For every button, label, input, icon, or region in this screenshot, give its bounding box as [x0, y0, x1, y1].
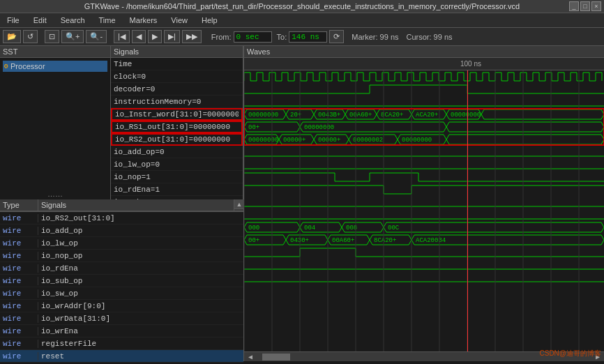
waves-panel: Waves 100 ns ◀ ▶ CSDN@迪哥的博客	[244, 46, 604, 361]
ruler-100ns: 100 ns	[460, 60, 481, 68]
sst-title: SST	[3, 47, 17, 56]
ts-signal-5: io_sub_op	[38, 277, 243, 285]
toolbar-zoom-out-button[interactable]: 🔍-	[86, 30, 107, 43]
ts-row-4[interactable]: wire io_rdEna	[0, 262, 243, 275]
ts-type-3: wire	[0, 252, 38, 260]
to-label: To:	[277, 33, 287, 41]
col-type-header: Type	[0, 199, 38, 211]
signal-row-7[interactable]: io_lw_op=0	[111, 158, 243, 171]
window-title: GTKWave - /home/ikun604/Third_part/test_…	[84, 2, 520, 10]
toolbar-refresh-button[interactable]: ⟳	[329, 30, 344, 43]
signal-row-0[interactable]: clock=0	[111, 70, 243, 83]
signal-time-row: Time	[111, 58, 243, 70]
ts-row-1[interactable]: wire io_add_op	[0, 225, 243, 237]
waves-scrollbar-thumb[interactable]	[262, 354, 290, 361]
left-bottom: Type Signals ▲ wire io_RS2_out[31:0]wire…	[0, 199, 243, 364]
type-signals-scrollbar[interactable]: ▲	[234, 199, 243, 211]
menu-markers[interactable]: Markers	[126, 15, 162, 26]
ts-row-9[interactable]: wire io_wrEna	[0, 325, 243, 338]
signal-row-6[interactable]: io_add_op=0	[111, 146, 243, 158]
ts-signal-8: io_wrData[31:0]	[38, 314, 243, 323]
ts-signal-4: io_rdEna	[38, 264, 243, 273]
toolbar-open-button[interactable]: 📂	[3, 30, 21, 43]
ts-row-7[interactable]: wire io_wrAddr[9:0]	[0, 300, 243, 312]
ts-type-0: wire	[0, 214, 38, 222]
toolbar: 📂 ↺ ⊡ 🔍+ 🔍- |◀ ◀ ▶ ▶| ▶▶ From: To: ⟳ Mar…	[0, 28, 604, 46]
toolbar-zoom-fit-button[interactable]: ⊡	[45, 30, 59, 43]
menu-file[interactable]: File	[3, 15, 24, 26]
signal-row-9[interactable]: io_rdEna=1	[111, 183, 243, 196]
signal-time-label: Time	[114, 60, 132, 68]
left-panel: SST ⚙ Processor …… Signals Time	[0, 46, 244, 361]
ts-row-0[interactable]: wire io_RS2_out[31:0]	[0, 212, 243, 225]
type-signals-table: wire io_RS2_out[31:0]wire io_add_opwire …	[0, 211, 243, 364]
toolbar-zoom-in-button[interactable]: 🔍+	[61, 30, 84, 43]
signal-row-4[interactable]: io_RS1_out[31:0]=00000000	[111, 121, 243, 133]
toolbar-begin-button[interactable]: |◀	[114, 30, 130, 43]
ts-type-8: wire	[0, 314, 38, 323]
ts-type-2: wire	[0, 239, 38, 248]
waves-header: Waves	[244, 46, 604, 58]
close-button[interactable]: ×	[591, 1, 601, 11]
toolbar-next-button[interactable]: ▶▶	[182, 30, 202, 43]
ts-signal-1: io_add_op	[38, 227, 243, 235]
signal-row-5[interactable]: io_RS2_out[31:0]=00000000	[111, 133, 243, 146]
from-input[interactable]	[234, 31, 272, 43]
ts-row-11[interactable]: wire reset	[0, 350, 243, 363]
type-signals-header: Type Signals ▲	[0, 199, 243, 211]
ts-row-5[interactable]: wire io_sub_op	[0, 275, 243, 287]
ts-row-3[interactable]: wire io_nop_op	[0, 250, 243, 262]
signal-row-1[interactable]: decoder=0	[111, 83, 243, 96]
scrollbar-up[interactable]: ▲	[234, 199, 244, 209]
toolbar-reload-button[interactable]: ↺	[23, 30, 38, 43]
waves-ruler: 100 ns	[244, 58, 604, 70]
sst-dots: ……	[0, 188, 110, 199]
signal-row-3[interactable]: io_Instr_word[31:0]=00000000	[111, 108, 243, 121]
signals-header: Signals	[111, 46, 243, 58]
ts-type-6: wire	[0, 289, 38, 298]
to-input[interactable]	[289, 31, 327, 43]
ts-signal-11: reset	[38, 352, 243, 361]
ts-rows-container: wire io_RS2_out[31:0]wire io_add_opwire …	[0, 212, 243, 363]
waves-title: Waves	[247, 47, 270, 56]
sst-processor-icon: ⚙	[4, 62, 8, 70]
signals-title: Signals	[114, 47, 139, 56]
ts-row-2[interactable]: wire io_lw_op	[0, 237, 243, 250]
ts-row-6[interactable]: wire io_sw_op	[0, 287, 243, 300]
from-label: From:	[211, 33, 232, 41]
sst-item-processor[interactable]: ⚙ Processor	[3, 61, 107, 72]
window-controls[interactable]: _ □ ×	[569, 1, 601, 11]
ts-signal-0: io_RS2_out[31:0]	[38, 214, 243, 222]
ts-type-10: wire	[0, 340, 38, 348]
ts-type-9: wire	[0, 327, 38, 335]
ts-signal-7: io_wrAddr[9:0]	[38, 302, 243, 310]
signals-panel: Signals Time clock=0decoder=0instruction…	[111, 46, 243, 199]
ts-type-1: wire	[0, 227, 38, 235]
toolbar-forward-button[interactable]: ▶	[148, 30, 162, 43]
title-bar: GTKWave - /home/ikun604/Third_part/test_…	[0, 0, 604, 13]
ts-row-10[interactable]: wire registerFile	[0, 338, 243, 350]
ts-signal-10: registerFile	[38, 340, 243, 348]
menu-edit[interactable]: Edit	[29, 15, 51, 26]
signal-row-8[interactable]: io_nop=1	[111, 171, 243, 183]
toolbar-end-button[interactable]: ▶|	[164, 30, 180, 43]
ts-type-11: wire	[0, 352, 38, 361]
maximize-button[interactable]: □	[580, 1, 590, 11]
waves-canvas	[244, 70, 604, 351]
minimize-button[interactable]: _	[569, 1, 579, 11]
signal-rows-container: clock=0decoder=0instructionMemory=0io_In…	[111, 70, 243, 199]
menu-time[interactable]: Time	[95, 15, 120, 26]
signal-row-2[interactable]: instructionMemory=0	[111, 96, 243, 108]
menu-help[interactable]: Help	[197, 15, 222, 26]
sst-header: SST	[0, 46, 110, 58]
ts-row-8[interactable]: wire io_wrData[31:0]	[0, 312, 243, 325]
sst-processor-label: Processor	[10, 62, 45, 70]
toolbar-back-button[interactable]: ◀	[132, 30, 146, 43]
menu-search[interactable]: Search	[56, 15, 89, 26]
menu-view[interactable]: View	[167, 15, 192, 26]
watermark: CSDN@迪哥的博客	[540, 349, 602, 358]
signals-content: Time clock=0decoder=0instructionMemory=0…	[111, 58, 243, 199]
left-top: SST ⚙ Processor …… Signals Time	[0, 46, 243, 199]
waves-content[interactable]	[244, 70, 604, 351]
sst-content: ⚙ Processor	[0, 58, 110, 188]
